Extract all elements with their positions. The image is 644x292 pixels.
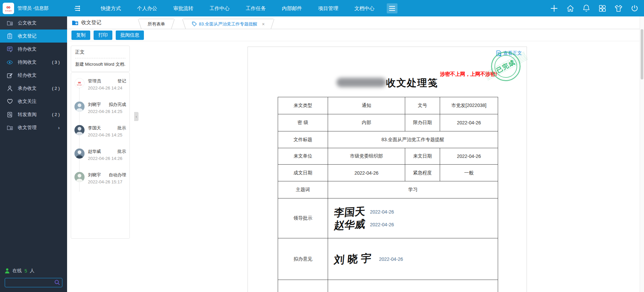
search-icon[interactable] bbox=[54, 280, 60, 285]
copy-button[interactable]: 复制 bbox=[71, 31, 90, 40]
field-value: 2022-04-26 bbox=[328, 165, 405, 181]
field-label: 领导批示 bbox=[278, 198, 328, 238]
print-button[interactable]: 打印 bbox=[94, 31, 112, 40]
chevron-right-icon: › bbox=[58, 125, 60, 130]
power-icon[interactable] bbox=[631, 4, 639, 12]
field-label: 来文日期 bbox=[405, 148, 440, 165]
proposed-opinion-cell: 刘晓宇 2022-04-26 bbox=[328, 238, 498, 280]
nav-outline-icon[interactable] bbox=[73, 4, 81, 12]
process-timeline-panel: ∞ 华天动力 管理员登记 2022-04-26 14:24 刘晓宇拟办完成 20… bbox=[71, 72, 130, 239]
sidebar-item-daiban-shouwen[interactable]: 待办收文 bbox=[0, 43, 67, 56]
app-logo[interactable]: ∞ 华天动力 bbox=[3, 3, 14, 14]
sidebar-item-daiyue-shouwen[interactable]: 待阅收文 ( 3 ) bbox=[0, 56, 67, 69]
sidebar-item-jingban-shouwen[interactable]: 经办收文 bbox=[0, 69, 67, 82]
sidebar-item-shouwen-guanzhu[interactable]: 收文关注 bbox=[0, 95, 67, 108]
timeline-entry[interactable]: 刘晓宇拟办完成 2022-04-26 14:25 bbox=[74, 102, 126, 116]
sidebar-item-gongwen-shouwen[interactable]: 公文收文 bbox=[0, 16, 67, 30]
close-icon[interactable]: × bbox=[262, 21, 265, 27]
field-value: 市级党委组织部 bbox=[328, 148, 405, 165]
signature: 赵华威 bbox=[334, 218, 366, 231]
timeline-entry[interactable]: 赵华威批示 2022-04-26 14:26 bbox=[74, 149, 126, 163]
tab-all-forms[interactable]: 所有表单 bbox=[139, 19, 174, 29]
online-label: 在线 bbox=[12, 268, 22, 274]
nav-item-document-center[interactable]: 文档中心 bbox=[346, 0, 383, 16]
avatar bbox=[74, 102, 85, 112]
heart-icon bbox=[7, 99, 13, 105]
avatar bbox=[74, 125, 85, 135]
apps-icon[interactable] bbox=[598, 4, 606, 12]
folder-gear-icon bbox=[7, 125, 13, 131]
sidebar-bottom: 在线 5 人 bbox=[5, 268, 62, 287]
person-search-icon bbox=[7, 85, 13, 92]
field-label: 文号 bbox=[405, 97, 440, 114]
doc-preview-icon bbox=[496, 50, 502, 56]
logo-infinity-glyph: ∞ bbox=[6, 5, 10, 10]
field-value: 2022-04-26 bbox=[440, 148, 498, 165]
document-title: 收文处理笺 bbox=[248, 76, 527, 90]
signature-date: 2022-04-26 bbox=[370, 222, 394, 227]
field-label bbox=[278, 280, 328, 292]
sidebar-item-shouwen-guanli[interactable]: 收文管理 › bbox=[0, 121, 67, 134]
toolbar: 复制 打印 批阅信息 bbox=[67, 29, 644, 41]
field-value: 83.全面从严治党工作专题提醒 bbox=[328, 131, 498, 148]
home-icon[interactable] bbox=[566, 4, 574, 12]
section-title: 收文登记 bbox=[81, 19, 101, 26]
table-row bbox=[278, 280, 498, 292]
field-value: 通知 bbox=[328, 97, 405, 114]
contact-search-input[interactable] bbox=[5, 278, 62, 287]
zhuanfa-count-badge: ( 2 ) bbox=[52, 112, 60, 117]
avatar bbox=[74, 149, 85, 159]
field-label: 来文类型 bbox=[278, 97, 328, 114]
field-label: 拟办意见 bbox=[278, 238, 328, 280]
signature-line: 赵华威 2022-04-26 bbox=[334, 219, 494, 230]
field-label: 紧急程度 bbox=[405, 165, 440, 181]
theme-shirt-icon[interactable] bbox=[614, 4, 623, 12]
daiyue-count-badge: ( 3 ) bbox=[52, 60, 60, 65]
nav-menu: 快捷方式 个人办公 审批流转 工作中心 工作任务 内部邮件 项目管理 文档中心 bbox=[93, 0, 383, 16]
nav-more-menu-button[interactable] bbox=[387, 3, 397, 13]
signature-line: 刘晓宇 2022-04-26 bbox=[334, 253, 494, 265]
table-row: 来文类型 通知 文号 市党发[2022038] bbox=[278, 97, 498, 114]
section-header: 收文登记 bbox=[67, 16, 134, 29]
timeline-entry[interactable]: 刘晓宇自动办理 2022-04-26 15:17 bbox=[74, 172, 126, 187]
chengban-count-badge: ( 2 ) bbox=[52, 86, 60, 91]
nav-item-project-management[interactable]: 项目管理 bbox=[310, 0, 346, 16]
sidebar-item-shouwen-dengji[interactable]: 收文登记 bbox=[0, 30, 67, 43]
attachment-file-link[interactable]: 新建 Microsoft Word 文档.d bbox=[75, 61, 125, 67]
avatar bbox=[74, 172, 85, 182]
panel-collapse-handle[interactable]: ‹ bbox=[134, 112, 139, 121]
sidebar: 公文收文 收文登记 待办收文 待阅收文 ( 3 ) 经办收文 承办收文 ( 2 … bbox=[0, 16, 67, 292]
nav-item-personal-office[interactable]: 个人办公 bbox=[129, 0, 165, 16]
nav-item-work-tasks[interactable]: 工作任务 bbox=[238, 0, 274, 16]
signature-date: 2022-04-26 bbox=[370, 209, 394, 215]
tab-document-83[interactable]: 83.全面从严治党工作专题提醒 × bbox=[183, 19, 273, 29]
nav-item-internal-mail[interactable]: 内部邮件 bbox=[274, 0, 310, 16]
sidebar-item-chengban-shouwen[interactable]: 承办收文 ( 2 ) bbox=[0, 82, 67, 95]
nav-item-work-center[interactable]: 工作中心 bbox=[202, 0, 238, 16]
attachment-panel: 正文 新建 Microsoft Word 文档.d bbox=[71, 46, 130, 72]
view-body-link[interactable]: 查看正文 bbox=[496, 50, 522, 56]
nav-item-approval-flow[interactable]: 审批流转 bbox=[165, 0, 202, 16]
online-count: 5 bbox=[24, 268, 27, 274]
nav-item-shortcuts[interactable]: 快捷方式 bbox=[93, 0, 129, 16]
timeline-entry[interactable]: 李国天批示 2022-04-26 14:25 bbox=[74, 125, 126, 140]
attachment-panel-title: 正文 bbox=[75, 49, 125, 58]
table-row: 成文日期 2022-04-26 紧急程度 一般 bbox=[278, 165, 498, 181]
vertical-scrollbar[interactable] bbox=[640, 16, 644, 292]
field-label: 限办日期 bbox=[405, 114, 440, 131]
scrollbar-thumb[interactable] bbox=[641, 29, 643, 79]
signature-line: 李国天 2022-04-26 bbox=[334, 206, 494, 218]
plus-icon[interactable] bbox=[550, 4, 558, 12]
field-value bbox=[328, 280, 498, 292]
review-info-button[interactable]: 批阅信息 bbox=[116, 31, 144, 40]
signature-date: 2022-04-26 bbox=[379, 256, 403, 262]
current-user-label[interactable]: 管理员 -信息部 bbox=[17, 5, 49, 11]
field-value: 市党发[2022038] bbox=[440, 97, 498, 114]
bell-icon[interactable] bbox=[582, 4, 590, 12]
main-area: 收文登记 所有表单 83.全面从严治党工作专题提醒 × 复制 打印 批阅信息 正… bbox=[67, 16, 644, 292]
timeline-entry[interactable]: ∞ 华天动力 管理员登记 2022-04-26 14:24 bbox=[74, 78, 126, 93]
table-row: 文件标题 83.全面从严治党工作专题提醒 bbox=[278, 131, 498, 148]
sidebar-item-zhuanfa-chayue[interactable]: 转发查阅 ( 2 ) bbox=[0, 108, 67, 121]
eye-icon bbox=[7, 59, 13, 65]
field-value: 学习 bbox=[328, 181, 498, 198]
